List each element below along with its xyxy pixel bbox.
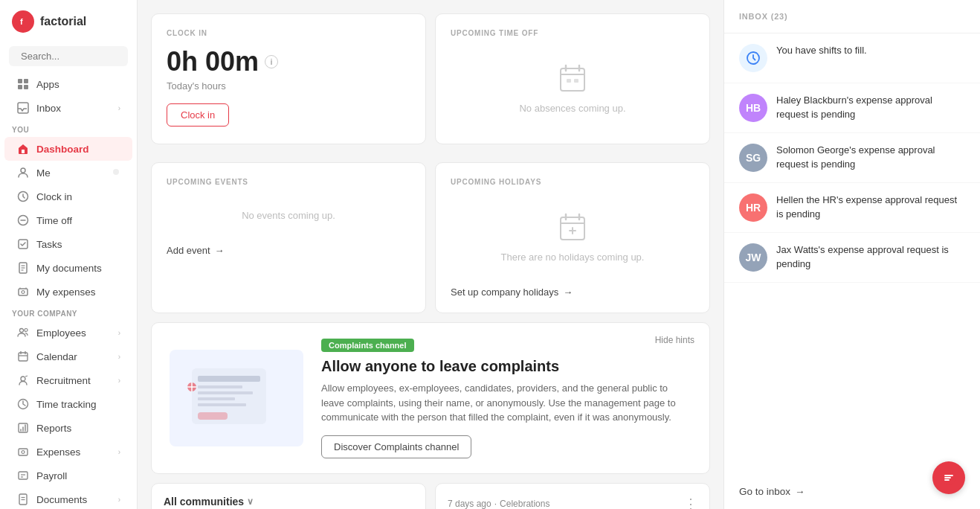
events-empty-state: No events coming up. — [167, 195, 410, 236]
search-input[interactable] — [21, 51, 138, 62]
sidebar-item-calendar[interactable]: Calendar › — [4, 345, 132, 368]
post-meta: 7 days ago · Celebrations — [448, 499, 549, 509]
svg-text:f: f — [20, 17, 23, 26]
events-card: UPCOMING EVENTS No events coming up. Add… — [151, 162, 426, 313]
time-off-label: Time off — [36, 215, 72, 226]
recruitment-chevron: › — [118, 377, 120, 385]
add-event-label: Add event — [167, 245, 210, 256]
events-empty-message: No events coming up. — [242, 210, 335, 221]
all-communities-label: All communities — [164, 496, 244, 508]
set-up-holidays-link[interactable]: Set up company holidays → — [451, 286, 694, 298]
post-menu-button[interactable]: ⋮ — [684, 496, 697, 510]
inbox-header: INBOX (23) — [724, 0, 980, 33]
today-hours-label: Today's hours — [167, 80, 410, 92]
tasks-icon — [16, 237, 30, 251]
add-event-link[interactable]: Add event → — [167, 245, 410, 256]
top-cards-grid: CLOCK IN 0h 00m i Today's hours Clock in… — [138, 0, 723, 149]
svg-point-20 — [22, 291, 25, 294]
sidebar-item-expenses[interactable]: Expenses › — [4, 440, 132, 464]
sidebar-item-dashboard[interactable]: Dashboard — [4, 137, 132, 161]
expenses-chevron: › — [118, 448, 120, 456]
holidays-card: UPCOMING HOLIDAYS There are no holidays … — [435, 162, 710, 313]
chat-bubble-button[interactable] — [932, 461, 965, 494]
inbox-icon — [16, 101, 30, 115]
employees-label: Employees — [36, 327, 86, 339]
svg-rect-44 — [561, 68, 584, 91]
jax-text: Jax Watts's expense approval request is … — [776, 243, 965, 272]
home-icon — [16, 142, 30, 156]
time-off-card: UPCOMING TIME OFF No absences coming up. — [435, 13, 710, 144]
inbox-item-jax[interactable]: JW Jax Watts's expense approval request … — [724, 233, 980, 283]
go-to-inbox-label: Go to inbox — [739, 486, 790, 497]
tracking-icon — [16, 397, 30, 411]
clock-time-value: 0h 00m — [167, 46, 259, 77]
sidebar-item-apps[interactable]: Apps — [4, 72, 132, 96]
svg-point-0 — [16, 15, 30, 28]
inbox-item-shifts[interactable]: You have shifts to fill. — [724, 33, 980, 83]
calendar-chevron: › — [118, 353, 120, 361]
all-communities-chevron: ∨ — [247, 496, 254, 507]
time-off-empty-message: No absences coming up. — [519, 103, 625, 114]
complaints-tag: Complaints channel — [321, 339, 414, 352]
expenses-label: Expenses — [36, 446, 80, 458]
search-bar[interactable]: ⌘K — [9, 46, 128, 66]
svg-rect-58 — [198, 385, 242, 388]
inbox-item-hellen[interactable]: HR Hellen the HR's expense approval requ… — [724, 183, 980, 233]
clock-in-card-label: CLOCK IN — [167, 29, 410, 37]
hide-hints-link[interactable]: Hide hints — [655, 335, 694, 345]
sidebar-item-reports[interactable]: Reports — [4, 416, 132, 440]
clock-time-display: 0h 00m i — [167, 46, 410, 77]
holidays-empty-state: There are no holidays coming up. — [451, 195, 694, 278]
time-tracking-label: Time tracking — [36, 399, 97, 410]
svg-rect-62 — [198, 412, 228, 420]
sidebar-item-recruitment[interactable]: Recruitment › — [4, 368, 132, 392]
payroll-icon — [16, 469, 30, 482]
sidebar-item-tasks[interactable]: Tasks — [4, 232, 132, 256]
time-off-empty-icon — [555, 61, 590, 97]
grid-icon — [16, 77, 30, 91]
sidebar-item-time-off[interactable]: Time off — [4, 208, 132, 232]
me-chevron — [112, 167, 120, 178]
you-section-label: You — [0, 120, 137, 137]
svg-rect-4 — [18, 79, 22, 83]
complaints-title: Allow anyone to leave complaints — [321, 358, 692, 375]
info-icon[interactable]: i — [265, 55, 278, 68]
svg-point-29 — [21, 377, 25, 381]
sidebar-item-me[interactable]: Me — [4, 161, 132, 185]
main-content: CLOCK IN 0h 00m i Today's hours Clock in… — [138, 0, 723, 509]
sidebar-item-employees[interactable]: Employees › — [4, 321, 132, 345]
hellen-text: Hellen the HR's expense approval request… — [776, 193, 965, 222]
svg-point-23 — [20, 329, 24, 333]
sidebar-item-clock-in[interactable]: Clock in — [4, 185, 132, 208]
haley-initials: HB — [746, 102, 761, 114]
communities-grid: All communities ∨ 7 days ago · Celebrati… — [138, 478, 723, 510]
inbox-label: Inbox — [36, 103, 61, 114]
inbox-item-haley[interactable]: HB Haley Blackburn's expense approval re… — [724, 83, 980, 133]
svg-rect-9 — [22, 150, 25, 153]
sidebar-item-my-expenses[interactable]: My expenses — [4, 280, 132, 304]
haley-avatar: HB — [739, 94, 767, 122]
inbox-item-solomon[interactable]: SG Solomon George's expense approval req… — [724, 133, 980, 183]
all-communities-link[interactable]: All communities ∨ — [164, 496, 254, 508]
svg-rect-8 — [18, 103, 28, 113]
sidebar-item-my-documents[interactable]: My documents — [4, 256, 132, 280]
logo-text: factorial — [40, 15, 86, 28]
clock-in-button[interactable]: Clock in — [167, 103, 229, 127]
set-up-arrow: → — [563, 286, 573, 298]
clock-icon — [16, 190, 30, 203]
svg-point-11 — [113, 169, 119, 175]
second-cards-grid: UPCOMING EVENTS No events coming up. Add… — [138, 149, 723, 318]
sidebar-item-time-tracking[interactable]: Time tracking — [4, 392, 132, 416]
holidays-empty-icon — [555, 210, 590, 246]
discover-complaints-button[interactable]: Discover Complaints channel — [321, 435, 471, 458]
sidebar-item-payroll[interactable]: Payroll — [4, 464, 132, 487]
person-icon — [16, 166, 30, 179]
logo-icon: f — [12, 10, 34, 33]
employees-chevron: › — [118, 329, 120, 337]
svg-rect-61 — [198, 403, 246, 406]
solomon-initials: SG — [746, 152, 761, 164]
sidebar-item-documents[interactable]: Documents › — [4, 487, 132, 509]
sidebar-item-inbox[interactable]: Inbox › — [4, 96, 132, 120]
svg-line-30 — [25, 376, 28, 377]
time-off-card-label: UPCOMING TIME OFF — [451, 29, 694, 37]
